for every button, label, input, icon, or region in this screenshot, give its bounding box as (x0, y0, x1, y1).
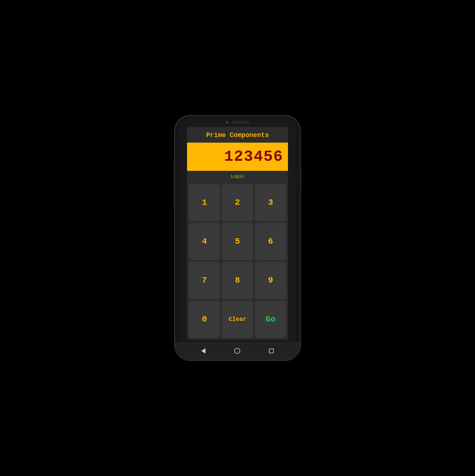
key-7[interactable]: 7 (189, 262, 220, 299)
phone-device: Prime Components 123456 Login 1 2 3 4 5 … (175, 116, 300, 360)
key-5[interactable]: 5 (222, 223, 253, 260)
key-2[interactable]: 2 (222, 184, 253, 221)
key-4[interactable]: 4 (189, 223, 220, 260)
phone-bottom-bar (175, 342, 300, 360)
speaker-bar (232, 122, 249, 123)
go-button[interactable]: Go (255, 301, 286, 338)
phone-top-bar (175, 116, 300, 127)
display-area: 123456 (187, 143, 288, 171)
camera-dot (226, 121, 229, 124)
key-3[interactable]: 3 (255, 184, 286, 221)
camera-area (226, 121, 249, 124)
home-icon[interactable] (234, 348, 240, 354)
login-label: Login (231, 174, 244, 179)
key-1[interactable]: 1 (189, 184, 220, 221)
recents-icon[interactable] (269, 349, 274, 353)
screen-wrapper: Prime Components 123456 Login 1 2 3 4 5 … (175, 127, 300, 342)
clear-button[interactable]: Clear (222, 301, 253, 338)
app-screen: Prime Components 123456 Login 1 2 3 4 5 … (187, 127, 288, 340)
app-title: Prime Components (187, 127, 288, 143)
key-8[interactable]: 8 (222, 262, 253, 299)
keypad: 1 2 3 4 5 6 7 8 9 0 Clear Go (187, 182, 288, 340)
key-0[interactable]: 0 (189, 301, 220, 338)
login-row: Login (187, 171, 288, 182)
back-icon[interactable] (201, 348, 205, 354)
display-value: 123456 (192, 148, 283, 166)
key-6[interactable]: 6 (255, 223, 286, 260)
key-9[interactable]: 9 (255, 262, 286, 299)
